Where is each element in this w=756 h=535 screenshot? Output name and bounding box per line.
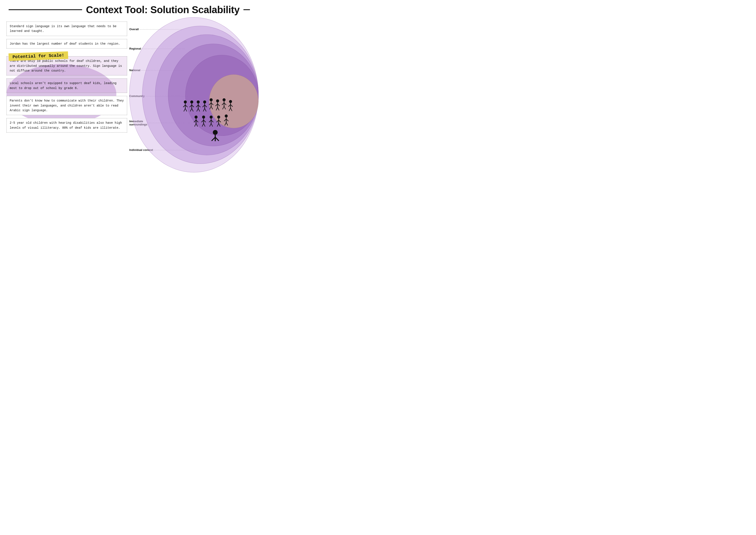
persons-svg — [181, 98, 241, 141]
note-1: Standard sign language is its own langua… — [7, 21, 127, 36]
note-2: Jordan has the largest number of deaf st… — [7, 39, 127, 48]
svg-line-81 — [215, 137, 219, 141]
svg-line-65 — [211, 124, 213, 127]
svg-line-41 — [224, 106, 226, 109]
svg-line-47 — [230, 108, 232, 111]
svg-line-11 — [192, 108, 193, 111]
svg-line-80 — [212, 137, 215, 141]
svg-line-58 — [202, 124, 203, 127]
diagram-ovals — [121, 17, 258, 183]
svg-point-72 — [225, 114, 228, 118]
note-3-text: There are only 10 public schools for dea… — [10, 59, 122, 72]
svg-line-40 — [223, 106, 224, 109]
svg-point-18 — [203, 100, 206, 103]
svg-line-46 — [229, 108, 230, 111]
svg-point-54 — [202, 116, 205, 119]
svg-point-42 — [229, 100, 232, 103]
note-2-text: Jordan has the largest number of deaf st… — [10, 42, 120, 45]
svg-line-53 — [196, 124, 198, 127]
svg-point-48 — [195, 116, 198, 119]
svg-line-64 — [210, 124, 211, 127]
note-5-text: Parents don't know how to communicate wi… — [10, 99, 124, 112]
svg-line-4 — [184, 108, 185, 111]
svg-point-78 — [213, 130, 218, 135]
note-6: 2-5 year old children with hearing disab… — [7, 118, 127, 132]
main-content: Standard sign language is its own langua… — [0, 18, 258, 179]
svg-point-12 — [197, 100, 200, 103]
svg-line-52 — [195, 124, 196, 127]
page: Context Tool: Solution Scalability Stand… — [0, 0, 258, 183]
svg-line-70 — [217, 124, 219, 127]
svg-line-17 — [198, 108, 200, 111]
svg-line-59 — [203, 124, 205, 127]
svg-line-28 — [210, 106, 211, 109]
svg-point-66 — [217, 116, 220, 119]
note-4-text: Local schools aren't equipped to support… — [10, 81, 117, 90]
svg-line-77 — [226, 123, 228, 126]
svg-point-30 — [216, 99, 219, 102]
diagram-column: Overall Regional National Community Imme… — [127, 21, 252, 177]
note-1-text: Standard sign language is its own langua… — [10, 25, 117, 33]
svg-line-22 — [203, 108, 205, 111]
svg-line-10 — [190, 108, 192, 111]
svg-line-71 — [219, 124, 220, 127]
svg-line-5 — [185, 108, 187, 111]
svg-line-16 — [197, 108, 198, 111]
svg-point-24 — [210, 98, 213, 101]
svg-line-23 — [205, 108, 206, 111]
persons-community — [181, 98, 241, 142]
scale-section: Potential for Scale! There are only 10 p… — [7, 56, 127, 75]
svg-point-6 — [190, 100, 193, 103]
svg-line-76 — [225, 123, 226, 126]
header-line-left — [9, 9, 82, 10]
header: Context Tool: Solution Scalability — [0, 0, 258, 18]
svg-point-60 — [210, 116, 213, 119]
notes-column: Standard sign language is its own langua… — [7, 21, 127, 177]
svg-point-0 — [184, 100, 187, 103]
note-5: Parents don't know how to communicate wi… — [7, 96, 127, 115]
header-line-right — [243, 9, 250, 10]
note-6-text: 2-5 year old children with hearing disab… — [10, 121, 122, 129]
note-4: Local schools aren't equipped to support… — [7, 78, 127, 93]
svg-line-34 — [216, 107, 218, 110]
svg-point-36 — [223, 98, 226, 101]
page-title: Context Tool: Solution Scalability — [86, 4, 240, 15]
svg-line-29 — [211, 106, 213, 109]
svg-line-35 — [218, 107, 219, 110]
